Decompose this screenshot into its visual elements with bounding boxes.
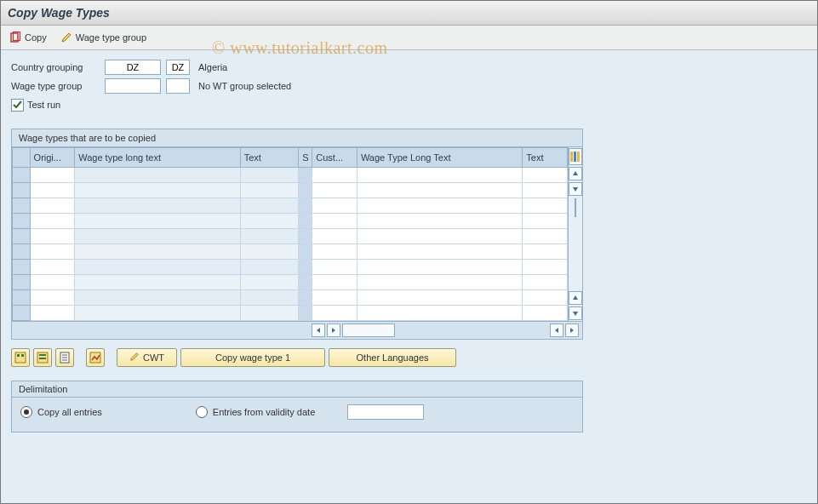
cell-text-1[interactable] [240, 198, 299, 214]
cell-wt-long-text-1[interactable] [75, 244, 240, 260]
icon-button-1[interactable] [11, 348, 30, 367]
col-text-1[interactable]: Text [240, 148, 299, 168]
row-selector[interactable] [13, 244, 31, 260]
cell-wt-long-text-2[interactable] [357, 260, 522, 275]
cell-s[interactable] [299, 260, 312, 275]
col-origi[interactable]: Origi... [30, 148, 75, 168]
cell-origi[interactable] [30, 198, 75, 214]
cell-cust[interactable] [312, 168, 358, 183]
cell-wt-long-text-1[interactable] [75, 275, 240, 290]
table-row[interactable] [13, 168, 568, 183]
wage-type-group-button[interactable]: Wage type group [60, 32, 146, 43]
column-settings-icon[interactable] [569, 148, 582, 165]
icon-button-3[interactable] [55, 348, 74, 367]
row-selector[interactable] [13, 183, 31, 198]
cell-wt-long-text-1[interactable] [75, 229, 240, 244]
cell-text-2[interactable] [523, 214, 568, 229]
wage-types-table[interactable]: Origi... Wage type long text Text S Cust… [12, 147, 568, 321]
cell-wt-long-text-2[interactable] [357, 290, 522, 306]
table-row[interactable] [13, 229, 568, 244]
table-row[interactable] [13, 275, 568, 290]
row-selector[interactable] [13, 275, 31, 290]
cell-cust[interactable] [312, 306, 358, 321]
vertical-scrollbar[interactable] [568, 147, 582, 321]
cell-wt-long-text-1[interactable] [75, 198, 240, 214]
row-selector[interactable] [13, 198, 31, 214]
cell-wt-long-text-2[interactable] [357, 214, 522, 229]
cell-wt-long-text-2[interactable] [357, 229, 522, 244]
cell-cust[interactable] [312, 290, 358, 306]
cell-origi[interactable] [30, 260, 75, 275]
cell-text-2[interactable] [523, 275, 568, 290]
col-s[interactable]: S [299, 148, 312, 168]
cell-s[interactable] [299, 214, 312, 229]
other-languages-button[interactable]: Other Languages [329, 348, 456, 367]
cell-wt-long-text-1[interactable] [75, 260, 240, 275]
cell-wt-long-text-2[interactable] [357, 198, 522, 214]
cell-text-1[interactable] [240, 306, 299, 321]
cell-s[interactable] [299, 290, 312, 306]
scroll-up2-icon[interactable] [569, 291, 582, 305]
cell-cust[interactable] [312, 198, 358, 214]
scroll-down-icon[interactable] [569, 182, 582, 196]
cell-s[interactable] [299, 275, 312, 290]
row-selector[interactable] [13, 229, 31, 244]
cell-wt-long-text-1[interactable] [75, 290, 240, 306]
cell-cust[interactable] [312, 244, 358, 260]
icon-button-2[interactable] [33, 348, 52, 367]
cell-text-1[interactable] [240, 168, 299, 183]
cell-origi[interactable] [30, 244, 75, 260]
scroll-up-icon[interactable] [569, 167, 582, 180]
cell-text-2[interactable] [523, 244, 568, 260]
country-grouping-input[interactable] [105, 60, 161, 75]
cell-text-2[interactable] [523, 290, 568, 306]
table-row[interactable] [13, 244, 568, 260]
copy-button[interactable]: Copy [9, 32, 47, 43]
hscroll-left-icon[interactable] [312, 324, 325, 337]
cell-text-2[interactable] [523, 198, 568, 214]
table-row[interactable] [13, 183, 568, 198]
table-row[interactable] [13, 198, 568, 214]
col-cust[interactable]: Cust... [312, 148, 358, 168]
cell-wt-long-text-1[interactable] [75, 214, 240, 229]
cell-cust[interactable] [312, 275, 358, 290]
cell-origi[interactable] [30, 183, 75, 198]
cell-cust[interactable] [312, 229, 358, 244]
hscroll-right2-icon[interactable] [565, 324, 579, 337]
cell-text-1[interactable] [240, 214, 299, 229]
cell-s[interactable] [299, 229, 312, 244]
col-wt-long-text-1[interactable]: Wage type long text [75, 148, 240, 168]
wage-type-group-code-input[interactable] [166, 78, 190, 94]
table-row[interactable] [13, 290, 568, 306]
cell-text-1[interactable] [240, 290, 299, 306]
cell-origi[interactable] [30, 229, 75, 244]
scroll-down2-icon[interactable] [569, 306, 582, 320]
validity-date-input[interactable] [347, 404, 424, 420]
cell-wt-long-text-1[interactable] [75, 183, 240, 198]
icon-button-4[interactable] [86, 348, 105, 367]
cell-text-1[interactable] [240, 260, 299, 275]
country-grouping-code[interactable] [166, 60, 190, 75]
cell-text-1[interactable] [240, 183, 299, 198]
cell-s[interactable] [299, 183, 312, 198]
wage-type-group-input[interactable] [105, 78, 161, 94]
cell-text-2[interactable] [523, 168, 568, 183]
row-selector[interactable] [13, 306, 31, 321]
cell-text-2[interactable] [523, 306, 568, 321]
row-selector[interactable] [13, 214, 31, 229]
cell-s[interactable] [299, 198, 312, 214]
cell-wt-long-text-2[interactable] [357, 275, 522, 290]
cell-origi[interactable] [30, 290, 75, 306]
cell-text-2[interactable] [523, 183, 568, 198]
col-text-2[interactable]: Text [523, 148, 568, 168]
cell-s[interactable] [299, 168, 312, 183]
row-selector-header[interactable] [13, 148, 31, 168]
cell-wt-long-text-2[interactable] [357, 244, 522, 260]
cell-s[interactable] [299, 306, 312, 321]
row-selector[interactable] [13, 260, 31, 275]
copy-all-entries-option[interactable]: Copy all entries [20, 406, 102, 418]
cell-wt-long-text-2[interactable] [357, 306, 522, 321]
cell-origi[interactable] [30, 214, 75, 229]
hscroll-right-icon[interactable] [327, 324, 340, 337]
cell-cust[interactable] [312, 214, 358, 229]
